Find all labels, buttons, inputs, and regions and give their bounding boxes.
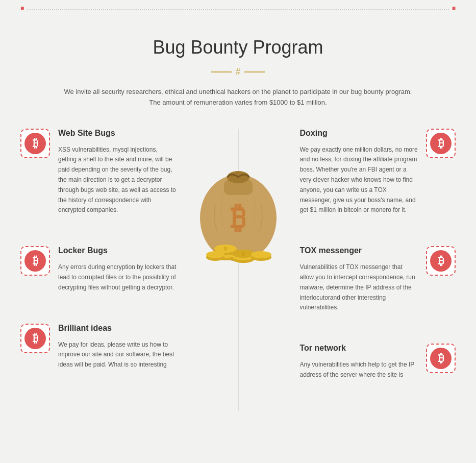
tor-network-title: Tor network bbox=[300, 344, 418, 353]
title-divider: # bbox=[20, 67, 456, 77]
divider-symbol: # bbox=[236, 67, 240, 77]
locker-bugs-text: Any errors during encryption by lockers … bbox=[58, 262, 177, 293]
top-dashed-line bbox=[27, 9, 449, 10]
divider-line-right bbox=[244, 71, 265, 72]
svg-point-12 bbox=[251, 251, 271, 258]
btc-icon-inner-doxing: ₿ bbox=[430, 133, 452, 154]
brilliant-ideas-content: Brilliant ideas We pay for ideas, please… bbox=[58, 324, 177, 370]
web-bugs-title: Web Site Bugs bbox=[58, 129, 177, 138]
btc-icon-inner-tor-network: ₿ bbox=[430, 348, 452, 369]
header-description: We invite all security researchers, ethi… bbox=[60, 87, 417, 108]
locker-bugs-content: Locker Bugs Any errors during encryption… bbox=[58, 246, 177, 293]
btc-icon-inner-brilliant-ideas: ₿ bbox=[24, 328, 46, 349]
btc-icon-inner-web-bugs: ₿ bbox=[24, 133, 46, 154]
content-area: ₿ ₿ ₿ bbox=[20, 129, 456, 411]
description-line1: We invite all security researchers, ethi… bbox=[64, 88, 412, 95]
btc-icon-locker-bugs: ₿ bbox=[20, 246, 50, 276]
section-locker-bugs: ₿ Locker Bugs Any errors during encrypti… bbox=[20, 246, 177, 293]
btc-icon-doxing: ₿ bbox=[426, 129, 456, 158]
web-bugs-content: Web Site Bugs XSS vulnerabilities, mysql… bbox=[58, 129, 177, 216]
description-line2: The amount of remuneration varies from $… bbox=[149, 99, 327, 106]
section-tor-network: ₿ Tor network Any vulnerabilities which … bbox=[300, 344, 456, 380]
btc-icon-tor-network: ₿ bbox=[426, 344, 456, 373]
locker-bugs-title: Locker Bugs bbox=[58, 246, 177, 255]
section-brilliant-ideas: ₿ Brilliant ideas We pay for ideas, plea… bbox=[20, 324, 177, 370]
btc-icon-web-bugs: ₿ bbox=[20, 129, 50, 158]
btc-icon-brilliant-ideas: ₿ bbox=[20, 324, 50, 353]
corner-left-icon: ■ bbox=[20, 5, 24, 11]
doxing-text: We pay exactly one million dollars, no m… bbox=[300, 145, 418, 216]
section-tox-messenger: ₿ TOX messenger Vulnerabilities of TOX m… bbox=[300, 246, 456, 313]
doxing-title: Doxing bbox=[300, 129, 418, 138]
tor-network-content: Tor network Any vulnerabilities which he… bbox=[300, 344, 418, 380]
section-web-site-bugs: ₿ Web Site Bugs XSS vulnerabilities, mys… bbox=[20, 129, 177, 216]
header-section: Bug Bounty Program # We invite all secur… bbox=[20, 16, 456, 108]
btc-icon-inner-locker-bugs: ₿ bbox=[24, 250, 46, 272]
btc-icon-tox-messenger: ₿ bbox=[426, 246, 456, 276]
section-doxing: ₿ Doxing We pay exactly one million doll… bbox=[300, 129, 456, 216]
center-image: ₿ ₿ ₿ bbox=[187, 139, 289, 274]
top-decoration: ■ ■ bbox=[20, 0, 456, 11]
web-bugs-text: XSS vulnerabilities, mysql injections, g… bbox=[58, 145, 177, 216]
tox-messenger-content: TOX messenger Vulnerabilities of TOX mes… bbox=[300, 246, 418, 313]
tor-network-text: Any vulnerabilities which help to get th… bbox=[300, 360, 418, 380]
brilliant-ideas-title: Brilliant ideas bbox=[58, 324, 177, 333]
divider-line-left bbox=[211, 71, 232, 72]
page-wrapper: ■ ■ Bug Bounty Program # We invite all s… bbox=[0, 0, 476, 431]
doxing-content: Doxing We pay exactly one million dollar… bbox=[300, 129, 418, 216]
tox-messenger-text: Vulnerabilities of TOX messenger that al… bbox=[300, 262, 418, 313]
corner-right-icon: ■ bbox=[452, 5, 456, 11]
bitcoin-bag-svg: ₿ ₿ ₿ bbox=[187, 139, 289, 272]
page-title: Bug Bounty Program bbox=[20, 37, 456, 58]
btc-icon-inner-tox-messenger: ₿ bbox=[430, 250, 452, 272]
brilliant-ideas-text: We pay for ideas, please write us how to… bbox=[58, 340, 177, 370]
tox-messenger-title: TOX messenger bbox=[300, 246, 418, 255]
svg-point-14 bbox=[206, 251, 224, 258]
svg-text:₿: ₿ bbox=[231, 201, 246, 235]
